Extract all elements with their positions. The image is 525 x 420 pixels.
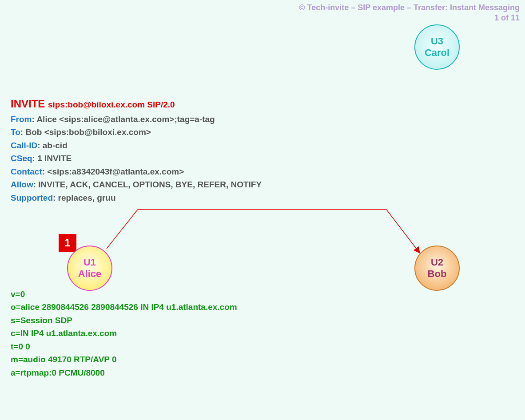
sip-header-value: : 1 INVITE <box>32 154 72 163</box>
sip-header-allow: Allow: INVITE, ACK, CANCEL, OPTIONS, BYE… <box>11 178 262 191</box>
svg-point-0 <box>415 25 459 69</box>
header-copyright: © Tech-invite – SIP example – Transfer: … <box>299 3 520 13</box>
sip-header-value: : ab-cid <box>37 141 68 150</box>
node-id: U1 <box>84 257 96 268</box>
sdp-line: m=audio 49170 RTP/AVP 0 <box>11 353 237 366</box>
sip-header-key: Call-ID <box>11 141 37 150</box>
sip-header-value: : Alice <sips:alice@atlanta.ex.com>;tag=… <box>32 115 215 124</box>
node-u2-bob: U2 Bob <box>415 246 459 290</box>
node-name: Carol <box>425 47 449 58</box>
sip-header-from: From: Alice <sips:alice@atlanta.ex.com>;… <box>11 113 262 126</box>
node-u3-carol: U3 Carol <box>415 25 459 69</box>
node-name: Alice <box>78 268 102 279</box>
sdp-line: t=0 0 <box>11 340 237 353</box>
sip-header-key: From <box>11 115 32 124</box>
step-number-badge: 1 <box>59 234 76 252</box>
sdp-line: v=0 <box>11 288 237 301</box>
sip-header-cseq: CSeq: 1 INVITE <box>11 152 262 165</box>
sip-header-value: : Bob <sips:bob@biloxi.ex.com> <box>20 127 151 137</box>
sip-header-value: : <sips:a8342043f@atlanta.ex.com> <box>42 167 184 176</box>
sip-header-contact: Contact: <sips:a8342043f@atlanta.ex.com> <box>11 165 262 178</box>
sip-message-block: INVITE sips:bob@biloxi.ex.com SIP/2.0 Fr… <box>11 98 262 204</box>
sip-header-key: To <box>11 127 20 137</box>
sdp-line: s=Session SDP <box>11 314 237 327</box>
diagram-page: © Tech-invite – SIP example – Transfer: … <box>0 0 525 420</box>
svg-point-2 <box>415 246 459 290</box>
node-id: U3 <box>431 36 443 47</box>
sip-header-key: Allow <box>11 180 33 189</box>
node-u1-alice: U1 Alice <box>68 246 112 290</box>
sdp-line: o=alice 2890844526 2890844526 IN IP4 u1.… <box>11 301 237 313</box>
svg-point-1 <box>68 246 112 290</box>
sdp-line: c=IN IP4 u1.atlanta.ex.com <box>11 327 237 340</box>
sip-header-callid: Call-ID: ab-cid <box>11 139 262 152</box>
sip-header-key: CSeq <box>11 154 32 163</box>
sip-header-value: : replaces, gruu <box>53 193 116 202</box>
sip-header-supported: Supported: replaces, gruu <box>11 191 262 204</box>
sip-request-line: INVITE sips:bob@biloxi.ex.com SIP/2.0 <box>11 98 262 110</box>
sip-header-key: Contact <box>11 167 42 176</box>
header-page-number: 1 of 11 <box>494 13 520 23</box>
sip-method: INVITE <box>11 98 45 110</box>
node-id: U2 <box>431 257 443 268</box>
sdp-block: v=0 o=alice 2890844526 2890844526 IN IP4… <box>11 288 237 379</box>
node-name: Bob <box>428 268 447 279</box>
sdp-line: a=rtpmap:0 PCMU/8000 <box>11 366 237 379</box>
sip-header-to: To: Bob <sips:bob@biloxi.ex.com> <box>11 126 262 139</box>
sip-request-uri: sips:bob@biloxi.ex.com SIP/2.0 <box>48 100 175 109</box>
sip-header-value: : INVITE, ACK, CANCEL, OPTIONS, BYE, REF… <box>33 180 262 189</box>
sip-header-key: Supported <box>11 193 53 202</box>
message-arrow-invite <box>107 210 420 253</box>
